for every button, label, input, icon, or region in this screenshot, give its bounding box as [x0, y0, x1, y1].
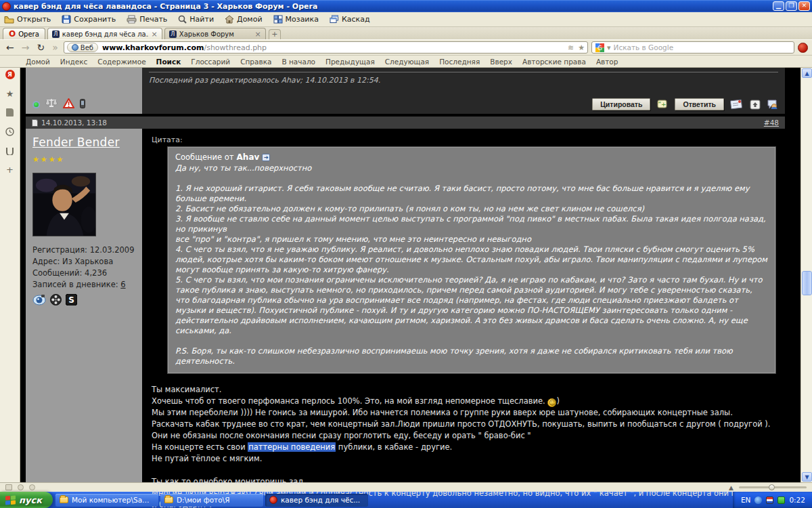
windows-taskbar: пуск Мой компьютер\Sam... D:\мои фото\Я … [0, 492, 812, 508]
cascade-button[interactable]: Каскад [330, 15, 370, 24]
history-panel-icon[interactable] [5, 126, 16, 137]
yandex-icon[interactable]: Я [5, 70, 15, 79]
add-panel-icon[interactable]: + [5, 164, 16, 175]
quoted-username: Ahav [237, 152, 260, 163]
diary-count-link[interactable]: 6 [120, 280, 125, 289]
tab-thread[interactable]: Л кавер бэнд для чёса ла... × [47, 28, 162, 39]
skype-icon[interactable]: S [66, 294, 77, 305]
forward-button[interactable]: → [20, 42, 32, 53]
quick-reply-icon[interactable] [730, 99, 744, 110]
taskbar-item-opera[interactable]: кавер бэнд для чёс... [265, 494, 368, 507]
film-reel-icon[interactable] [50, 294, 62, 305]
save-button[interactable]: Сохранить [62, 15, 116, 24]
reputation-scales-icon[interactable] [45, 98, 58, 108]
tile-button[interactable]: Мозаика [273, 15, 319, 24]
sitenav-last[interactable]: Последняя [439, 58, 480, 66]
maximize-button[interactable]: ❐ [786, 1, 797, 11]
minimize-button[interactable]: ▁ [773, 1, 784, 11]
scroll-up-icon[interactable]: ▲ [802, 68, 812, 78]
post-number-link[interactable]: #48 [764, 119, 779, 127]
tray-messenger-icon[interactable] [754, 496, 762, 504]
browser-content: Я ★ + Последний раз редактировалось Ahav… [0, 68, 812, 482]
taskbar-item-explorer[interactable]: Мой компьютер\Sam... [55, 494, 158, 507]
photo-album-icon[interactable] [32, 294, 46, 305]
web-badge[interactable]: Веб [67, 43, 98, 52]
sitenav-up[interactable]: Вверх [490, 58, 512, 66]
url-field[interactable]: Веб www.kharkovforum.com/showthread.php … [64, 41, 588, 54]
back-button[interactable]: ← [4, 42, 16, 53]
opera-menu-label: Opera [18, 30, 39, 38]
taskbar-item-label: Мой компьютер\Sam... [72, 496, 154, 504]
sitenav-next[interactable]: Следующая [385, 58, 429, 66]
open-button[interactable]: Открыть [4, 15, 51, 24]
forum-favicon-icon: Л [52, 30, 60, 38]
sitenav-search[interactable]: Поиск [156, 58, 181, 66]
notes-panel-icon[interactable] [5, 107, 16, 118]
tab-close-icon[interactable]: × [152, 30, 158, 39]
view-post-icon[interactable]: ➔ [262, 154, 270, 161]
search-engine-dropdown-icon[interactable]: ▾ [607, 43, 611, 52]
rss-icon[interactable]: ≋ [568, 43, 574, 52]
web-badge-label: Веб [81, 44, 93, 51]
quote-button[interactable]: Цитировать [592, 98, 650, 110]
fast-forward-button[interactable]: » [50, 42, 60, 53]
scrollbar-thumb[interactable] [802, 271, 812, 295]
view-mode-icon[interactable] [29, 484, 35, 490]
sitenav-contents[interactable]: Содержимое [97, 58, 145, 66]
opera-side-panel: Я ★ + [0, 68, 20, 482]
scroll-down-icon[interactable]: ▼ [802, 472, 812, 482]
sitenav-help[interactable]: Справка [240, 58, 271, 66]
downloads-panel-icon[interactable] [5, 145, 16, 156]
zoom-slider-thumb[interactable] [769, 484, 775, 490]
find-label: Найти [189, 15, 214, 24]
tray-antivirus-icon[interactable] [777, 496, 785, 504]
sitenav-author[interactable]: Автор [596, 58, 618, 66]
google-search-box[interactable]: G ▾ [591, 41, 794, 54]
page-scrollbar[interactable]: ▲ ▼ [800, 68, 812, 482]
search-icon [178, 15, 187, 24]
opera-turbo-icon[interactable] [798, 43, 808, 53]
post-permalink-icon[interactable] [32, 119, 38, 127]
bookmarks-panel-icon[interactable]: ★ [5, 88, 16, 99]
sitenav-index[interactable]: Индекс [60, 58, 88, 66]
report-warning-icon[interactable] [63, 98, 74, 108]
post-message: Ты максималист. Хочешь чтоб от твоего пе… [152, 384, 775, 508]
fit-width-icon[interactable] [18, 484, 24, 490]
forum-favicon-icon: Л [169, 30, 177, 38]
taskbar-item-photos[interactable]: D:\мои фото\Я [160, 494, 263, 507]
promote-icon[interactable] [750, 100, 761, 110]
print-button[interactable]: Печать [127, 15, 167, 24]
tab-close-icon[interactable]: × [255, 30, 261, 39]
cascade-windows-icon [330, 15, 339, 24]
bookmark-star-icon[interactable]: ★ [578, 43, 585, 52]
sitenav-glossary[interactable]: Глоссарий [191, 58, 230, 66]
new-tab-button[interactable]: + [269, 29, 281, 39]
home-button[interactable]: Домой [225, 15, 263, 24]
search-input[interactable] [614, 43, 790, 51]
user-note-icon[interactable] [767, 99, 778, 110]
language-indicator[interactable]: EN [741, 496, 751, 504]
sitenav-copyright[interactable]: Авторские права [522, 58, 586, 66]
sitenav-previous[interactable]: Предыдущая [325, 58, 375, 66]
image-toggle-icon[interactable] [5, 484, 12, 490]
username-link[interactable]: Fender Bender [32, 135, 137, 149]
opera-menu-button[interactable]: O Opera [3, 28, 45, 39]
zoom-expand-icon[interactable]: ▲ [729, 484, 734, 491]
start-label: пуск [19, 495, 42, 505]
start-button[interactable]: пуск [0, 492, 53, 508]
folder-icon [164, 496, 173, 503]
close-button[interactable]: ✕ [798, 1, 810, 11]
user-avatar[interactable] [32, 173, 96, 236]
zoom-slider[interactable] [739, 486, 807, 488]
tab-forum-home[interactable]: Л Харьков Форум × [164, 28, 266, 39]
sitenav-top[interactable]: В начало [281, 58, 315, 66]
home-icon [225, 15, 234, 24]
post-48: 14.10.2013, 13:18 #48 Fender Bender ★★★★ [26, 117, 785, 482]
multiquote-icon[interactable]: “+ [656, 99, 669, 110]
tray-flag-icon[interactable] [766, 496, 773, 504]
opera-app-icon [2, 2, 11, 11]
reload-button[interactable]: ↻ [35, 42, 47, 53]
sitenav-home[interactable]: Домой [26, 58, 50, 66]
reply-button[interactable]: Ответить [675, 98, 724, 110]
find-button[interactable]: Найти [178, 15, 214, 24]
